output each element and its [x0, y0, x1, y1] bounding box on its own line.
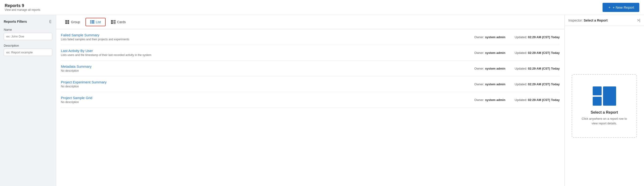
report-info: Metadata Summary No description	[61, 64, 474, 72]
page-subtitle: View and manage all reports	[5, 8, 40, 12]
description-filter-input[interactable]	[4, 49, 52, 56]
icon-cell-bl	[593, 97, 602, 106]
icon-cell-tl	[593, 86, 602, 95]
svg-rect-0	[65, 20, 67, 22]
filters-header: Reports Filters ⟨|	[4, 19, 52, 24]
svg-rect-13	[111, 22, 113, 24]
svg-rect-10	[111, 20, 113, 22]
report-name: Last Activity By User	[61, 49, 474, 53]
svg-rect-11	[113, 20, 116, 21]
report-row[interactable]: Failed Sample Summary Lists failed sampl…	[61, 29, 560, 45]
new-report-button[interactable]: ＋ + New Report	[602, 3, 639, 12]
report-description: No description	[61, 85, 474, 88]
svg-rect-3	[68, 22, 69, 24]
report-meta: Owner: system admin Updated: 02:29 AM (C…	[474, 82, 560, 86]
report-row[interactable]: Project Experiment Summary No descriptio…	[61, 76, 560, 92]
svg-rect-12	[113, 21, 116, 22]
filters-title: Reports Filters	[4, 20, 27, 24]
svg-rect-1	[68, 20, 69, 22]
name-filter-group: Name	[4, 28, 52, 44]
report-meta: Owner: system admin Updated: 02:29 AM (C…	[474, 51, 560, 54]
report-meta: Owner: system admin Updated: 02:29 AM (C…	[474, 35, 560, 39]
inspector-select-desc: Click anywhere on a report row to view r…	[579, 116, 630, 126]
report-updated: Updated: 02:29 AM (CST) Today	[515, 67, 560, 70]
tab-list[interactable]: List	[86, 18, 106, 26]
description-filter-label: Description	[4, 44, 52, 47]
inspector-label-area: Inspector: Select a Report	[568, 18, 608, 22]
svg-rect-8	[90, 23, 91, 24]
svg-rect-14	[113, 22, 116, 23]
report-description: No description	[61, 100, 474, 104]
group-icon	[65, 20, 70, 24]
svg-rect-6	[90, 22, 91, 22]
inspector-header: Inspector: Select a Report >|	[564, 15, 644, 26]
name-filter-label: Name	[4, 28, 52, 32]
filters-panel: Reports Filters ⟨| Name Description	[0, 15, 56, 186]
icon-cell-right	[603, 86, 616, 106]
report-list: Failed Sample Summary Lists failed sampl…	[56, 29, 564, 186]
collapse-icon: ⟨|	[49, 20, 51, 24]
svg-rect-15	[113, 24, 116, 24]
report-name: Project Sample Grid	[61, 96, 474, 100]
report-row[interactable]: Last Activity By User Lists users and th…	[61, 45, 560, 61]
header-title: Reports 9 View and manage all reports	[5, 3, 40, 12]
inspector-placeholder: Select a Report Click anywhere on a repo…	[572, 74, 637, 138]
report-info: Failed Sample Summary Lists failed sampl…	[61, 33, 474, 41]
svg-rect-4	[90, 20, 91, 21]
svg-rect-7	[92, 22, 94, 22]
svg-rect-5	[92, 20, 94, 21]
content-area: Group List	[56, 15, 564, 186]
inspector-collapse-button[interactable]: >|	[637, 18, 640, 22]
report-name: Failed Sample Summary	[61, 33, 474, 37]
tab-cards-label: Cards	[117, 20, 126, 24]
plus-icon: ＋	[608, 5, 611, 10]
list-icon	[90, 20, 94, 24]
report-updated: Updated: 02:29 AM (CST) Today	[515, 82, 560, 86]
report-name: Metadata Summary	[61, 64, 474, 68]
page-title: Reports 9	[5, 3, 40, 8]
report-info: Last Activity By User Lists users and th…	[61, 49, 474, 57]
report-description: Lists users and the timestamp of their l…	[61, 54, 474, 57]
report-owner: Owner: system admin	[474, 82, 505, 86]
header: Reports 9 View and manage all reports ＋ …	[0, 0, 644, 15]
inspector-title: Select a Report	[584, 18, 608, 22]
report-description: No description	[61, 69, 474, 72]
report-meta: Owner: system admin Updated: 02:29 AM (C…	[474, 98, 560, 102]
report-updated: Updated: 02:29 AM (CST) Today	[515, 35, 560, 39]
svg-rect-9	[92, 23, 94, 24]
report-row[interactable]: Project Sample Grid No description Owner…	[61, 92, 560, 108]
svg-rect-2	[65, 22, 67, 24]
report-owner: Owner: system admin	[474, 67, 505, 70]
tab-list-label: List	[96, 20, 101, 24]
collapse-filters-button[interactable]: ⟨|	[48, 19, 52, 24]
name-filter-input[interactable]	[4, 33, 52, 40]
report-updated: Updated: 02:29 AM (CST) Today	[515, 51, 560, 54]
tab-cards[interactable]: Cards	[106, 18, 130, 26]
inspector-label: Inspector:	[568, 18, 583, 22]
cards-icon	[111, 20, 116, 24]
report-name: Project Experiment Summary	[61, 80, 474, 84]
report-updated: Updated: 02:29 AM (CST) Today	[515, 98, 560, 102]
inspector-collapse-icon: >|	[637, 18, 640, 22]
report-owner: Owner: system admin	[474, 51, 505, 54]
inspector-select-title: Select a Report	[590, 110, 618, 114]
report-owner: Owner: system admin	[474, 35, 505, 39]
tab-group[interactable]: Group	[61, 18, 84, 26]
new-report-label: + New Report	[612, 6, 634, 9]
report-description: Lists failed samples and their projects …	[61, 38, 474, 41]
report-row[interactable]: Metadata Summary No description Owner: s…	[61, 61, 560, 76]
report-owner: Owner: system admin	[474, 98, 505, 102]
report-info: Project Experiment Summary No descriptio…	[61, 80, 474, 88]
inspector-body: Select a Report Click anywhere on a repo…	[564, 26, 644, 186]
inspector-panel: Inspector: Select a Report >|	[564, 15, 644, 186]
report-icon	[593, 86, 616, 106]
tab-group-label: Group	[71, 20, 80, 24]
description-filter-group: Description	[4, 44, 52, 60]
report-info: Project Sample Grid No description	[61, 96, 474, 104]
main-layout: Reports Filters ⟨| Name Description	[0, 15, 644, 186]
report-meta: Owner: system admin Updated: 02:29 AM (C…	[474, 67, 560, 70]
toolbar: Group List	[56, 15, 564, 29]
